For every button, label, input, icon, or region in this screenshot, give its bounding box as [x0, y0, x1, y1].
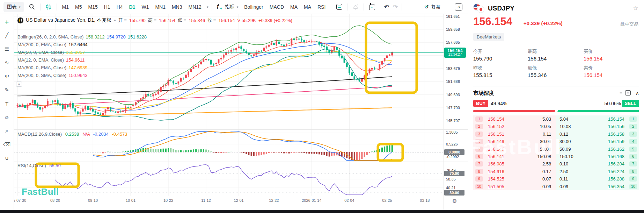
depth-row[interactable]: 5156.14650.0050.09156.1625 [473, 145, 639, 153]
sell-price[interactable]: 156.158 [608, 132, 624, 137]
magnet-icon[interactable]: ∪ [3, 154, 11, 162]
indicators-menu[interactable]: ƒ＋ 指标 ▾ [215, 2, 239, 12]
layout-grid-icon[interactable] [335, 2, 344, 12]
search-icon[interactable] [28, 2, 37, 12]
timeframe-w1[interactable]: W1 [140, 3, 151, 11]
bottom-scrollbar[interactable] [0, 210, 644, 213]
rsi-legend: RSI(14,Close) 55.59 [17, 163, 61, 168]
zoom-in-icon[interactable]: ⌕ [3, 127, 11, 135]
buy-level: 8 [475, 169, 483, 174]
timeframe-m5[interactable]: M5 [73, 3, 83, 11]
sell-level: 9 [629, 176, 637, 182]
buy-price[interactable]: 156.085 [488, 161, 504, 166]
ma-legend-0: MA(200, 0, EMA, Close)152.6464 [17, 42, 87, 47]
replay-button[interactable]: ↺ 复盘 [424, 3, 441, 10]
sell-volume: 0.11 [559, 176, 568, 182]
pane-divider[interactable] [14, 129, 468, 130]
buy-price[interactable]: 156.154 [488, 116, 504, 122]
crosshair-plus-icon[interactable]: ＋ [3, 17, 11, 26]
sell-price[interactable]: 156.204 [608, 161, 624, 166]
alert-bell-icon[interactable] [351, 2, 360, 12]
sell-level: 8 [629, 169, 637, 174]
timeframe-m1[interactable]: M1 [60, 3, 71, 11]
pane-expand-button[interactable]: ∧ [16, 81, 22, 87]
sell-price[interactable]: 156.154 [608, 116, 624, 122]
indicator-shortcut-ma-3[interactable]: MA [302, 3, 313, 11]
depth-row[interactable]: 6156.141150.08150.10156.1686 [473, 153, 639, 160]
sell-price[interactable]: 156.162 [608, 147, 624, 152]
indicator-shortcut-rsi-4[interactable]: RSI [316, 3, 327, 11]
sell-price[interactable]: 156.224 [608, 169, 624, 174]
depth-row[interactable]: 9154.5250.070.11156.2889 [473, 175, 639, 183]
redo-icon[interactable]: ↷ [393, 3, 398, 11]
time-axis-label: 02-25 [382, 198, 392, 203]
text-tool-icon[interactable]: T [3, 99, 11, 108]
stat-value: 155.815 [473, 72, 492, 78]
timeframe-mn3[interactable]: MN3 [170, 3, 184, 11]
buy-level: 1 [475, 116, 483, 122]
buy-level: 5 [475, 147, 483, 152]
buy-price[interactable]: 156.152 [488, 124, 504, 129]
candlestick-chart[interactable] [0, 0, 468, 210]
depth-row[interactable]: 10151.5050.090.09156.35410 [473, 183, 639, 190]
buy-price[interactable]: 154.525 [488, 176, 504, 182]
timeframe-h4[interactable]: H4 [115, 3, 125, 11]
sell-price[interactable]: 156.159 [608, 139, 624, 144]
indicator-shortcut-macd-1[interactable]: MACD [268, 3, 286, 11]
eraser-icon[interactable]: ⌫ [3, 140, 11, 149]
indicator-shortcut-bollinger-0[interactable]: Bollinger [242, 3, 265, 11]
timeframe-d1[interactable]: D1 [127, 3, 137, 11]
trendline-icon[interactable]: ╱ [3, 31, 11, 40]
depth-row[interactable]: 7156.0852.580.10156.2047 [473, 160, 639, 168]
buy-price[interactable]: 156.146 [488, 147, 504, 152]
depth-panel-icon[interactable]: ≡ [625, 90, 631, 95]
depth-ratio-bar [473, 110, 639, 112]
timeframes-chevron-down-icon[interactable]: ▾ [207, 5, 208, 9]
depth-row[interactable]: 3156.1510.110.12156.1583 [473, 130, 639, 138]
sell-price[interactable]: 156.288 [608, 176, 624, 182]
wave-pattern-icon[interactable]: ∿ [3, 58, 11, 67]
timeframe-mn12[interactable]: MN12 [187, 3, 203, 11]
price-axis-label: 159.658 [446, 27, 460, 31]
axis-settings-gear-icon[interactable]: ⚙ [452, 198, 457, 204]
favorite-star-icon[interactable]: ☆ [633, 5, 638, 12]
candlestick-style-icon[interactable] [44, 2, 53, 12]
broker-badge[interactable]: BeeMarkets [473, 33, 504, 41]
currency-pair-flags-icon [473, 3, 485, 13]
buy-price[interactable]: 156.141 [488, 154, 504, 159]
buy-price[interactable]: 154.916 [488, 169, 504, 174]
rsi-axis-label: 58.35 [446, 177, 456, 181]
pane-divider[interactable] [14, 162, 468, 162]
sell-volume: 5.04 [559, 116, 568, 122]
fib-retracement-icon[interactable]: ☰ [3, 45, 11, 53]
buy-price[interactable]: 156.149 [488, 139, 504, 144]
timeframe-mn1[interactable]: MN1 [153, 3, 167, 11]
price-axis-label: 153.679 [446, 66, 460, 71]
buy-price[interactable]: 156.151 [488, 132, 504, 137]
sell-price[interactable]: 156.354 [608, 184, 624, 189]
timeframe-h1[interactable]: H1 [102, 3, 112, 11]
depth-row[interactable]: 1156.1545.035.04156.1541 [473, 115, 639, 123]
chart-type-menu[interactable]: 图表 ▾ [3, 2, 24, 12]
undo-icon[interactable]: ↶ [384, 3, 389, 11]
divider [402, 3, 402, 10]
ma-legend-3-label: MA(800, 0, EMA, Close) [17, 65, 66, 70]
pitchfork-icon[interactable]: Ψ [3, 72, 11, 80]
depth-row[interactable]: 2156.15210.0510.08156.1562 [473, 123, 639, 130]
collapse-depth-icon[interactable]: ∧ [636, 90, 639, 96]
sell-price[interactable]: 156.156 [608, 124, 624, 129]
indicators-label: 指标 [225, 4, 235, 10]
collapse-panel-icon[interactable]: ⇥ [455, 3, 462, 10]
depth-list-icon[interactable]: ≡ [620, 90, 622, 96]
brush-icon[interactable]: ✎ [3, 86, 11, 94]
depth-row[interactable]: 8154.9160.172.50156.2248 [473, 168, 639, 175]
rsi-value: 55.59 [49, 163, 61, 168]
timeframe-m15[interactable]: M15 [86, 3, 99, 11]
depth-row[interactable]: 4156.14930.0630.00156.1594 [473, 138, 639, 145]
buy-price[interactable]: 151.505 [488, 184, 504, 189]
emoji-icon[interactable]: ☺ [3, 113, 11, 121]
economic-calendar-icon[interactable] [367, 2, 376, 12]
indicator-shortcut-ma-2[interactable]: MA [288, 3, 299, 11]
sell-volume: 0.10 [559, 161, 568, 166]
sell-price[interactable]: 156.168 [608, 154, 624, 159]
